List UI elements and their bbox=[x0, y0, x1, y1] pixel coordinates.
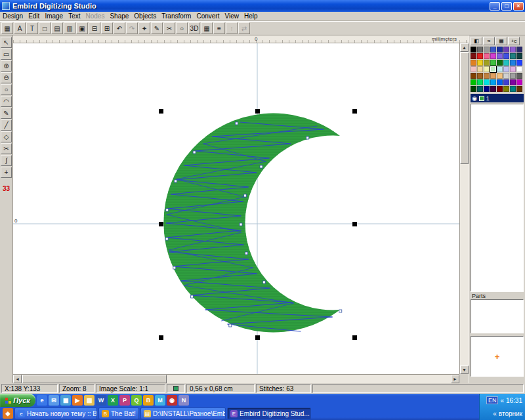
save-icon[interactable]: ▣ bbox=[76, 22, 88, 34]
handle-middle-left[interactable] bbox=[159, 222, 163, 226]
stitch-node[interactable] bbox=[191, 295, 194, 298]
color-swatch[interactable] bbox=[477, 73, 483, 79]
new-doc-icon[interactable]: □ bbox=[39, 22, 51, 34]
color-swatch[interactable] bbox=[497, 73, 503, 79]
menu-convert[interactable]: Convert bbox=[194, 12, 222, 20]
threed-icon[interactable]: 3D bbox=[188, 22, 200, 34]
menu-view[interactable]: View bbox=[222, 12, 242, 20]
color-swatch[interactable] bbox=[471, 53, 476, 59]
arc-tool-icon[interactable]: ◠ bbox=[1, 96, 12, 107]
color-swatch[interactable] bbox=[471, 66, 476, 72]
excel-icon[interactable]: X bbox=[108, 395, 118, 406]
stitch-node[interactable] bbox=[229, 324, 232, 327]
handle-top-center[interactable] bbox=[255, 109, 260, 114]
node-tool-icon[interactable]: ◇ bbox=[1, 131, 12, 142]
close-button[interactable]: × bbox=[513, 2, 524, 10]
color-swatch[interactable] bbox=[477, 79, 483, 85]
folder-icon[interactable]: ▤ bbox=[84, 395, 94, 406]
params-icon[interactable]: ≡ bbox=[213, 22, 225, 34]
color-swatch[interactable] bbox=[484, 53, 490, 59]
color-swatch[interactable] bbox=[484, 66, 490, 72]
folder-icon[interactable]: ▥ bbox=[64, 22, 75, 34]
horizontal-scroll-thumb[interactable] bbox=[22, 375, 167, 383]
task-button[interactable]: ▤D:\INSTALL\Разное\Embird bbox=[140, 408, 226, 419]
color-swatch[interactable] bbox=[516, 73, 522, 79]
ellipse-tool-icon[interactable]: ○ bbox=[1, 84, 12, 95]
scroll-up-icon[interactable]: ▲ bbox=[460, 43, 469, 52]
minimize-button[interactable]: _ bbox=[490, 2, 500, 10]
color-swatch[interactable] bbox=[477, 60, 483, 66]
msn-icon[interactable]: M bbox=[155, 395, 165, 406]
curve-tool-icon[interactable]: ∫ bbox=[1, 155, 12, 166]
stitch-node[interactable] bbox=[193, 151, 196, 154]
zoom-in-icon[interactable]: ⊕ bbox=[1, 60, 12, 72]
color-swatch[interactable] bbox=[477, 47, 483, 52]
menu-objects[interactable]: Objects bbox=[131, 12, 159, 20]
color-swatch[interactable] bbox=[490, 73, 496, 79]
show-desktop-icon[interactable]: ▦ bbox=[60, 395, 71, 406]
color-swatch[interactable] bbox=[490, 79, 496, 85]
color-swatch[interactable] bbox=[471, 60, 476, 66]
ie-icon[interactable]: e bbox=[37, 395, 47, 406]
menu-nodes[interactable]: Nodes bbox=[83, 12, 108, 20]
stitch-node[interactable] bbox=[235, 122, 238, 125]
stitch-node[interactable] bbox=[306, 136, 309, 139]
color-swatch[interactable] bbox=[477, 53, 483, 59]
media-player-icon[interactable]: ▶ bbox=[72, 395, 83, 406]
open-icon[interactable]: ▤ bbox=[51, 22, 63, 34]
color-swatch[interactable] bbox=[510, 60, 516, 66]
handle-top-right[interactable] bbox=[352, 109, 357, 114]
line-tool-icon[interactable]: ╱ bbox=[1, 119, 12, 131]
select-arrow-icon[interactable]: ↖ bbox=[1, 37, 12, 48]
fill-mode-icon[interactable]: ◧ bbox=[471, 37, 482, 45]
vertical-scrollbar[interactable]: ▲ ▼ bbox=[459, 43, 469, 374]
task-button[interactable]: eНачать новую тему :: В... bbox=[14, 408, 97, 419]
color-swatch[interactable] bbox=[471, 47, 476, 52]
burn-icon[interactable]: ◉ bbox=[167, 395, 177, 406]
color-swatch[interactable] bbox=[497, 79, 503, 85]
color-swatch[interactable] bbox=[510, 79, 516, 85]
color-swatch[interactable] bbox=[503, 66, 509, 72]
stitch-node[interactable] bbox=[173, 266, 176, 269]
color-swatch[interactable] bbox=[516, 60, 522, 66]
color-swatch[interactable] bbox=[503, 60, 509, 66]
color-swatch[interactable] bbox=[497, 86, 503, 92]
color-swatch[interactable] bbox=[516, 86, 522, 92]
task-button[interactable]: BThe Bat! bbox=[98, 408, 139, 419]
tray-expand-icon-2[interactable]: « bbox=[493, 410, 497, 417]
thread-layer-row[interactable]: ◉ 1 bbox=[471, 94, 524, 102]
start-button[interactable]: Пуск bbox=[0, 394, 35, 407]
handle-middle-right[interactable] bbox=[352, 222, 357, 226]
object-list[interactable] bbox=[471, 104, 524, 291]
color-swatch[interactable] bbox=[503, 86, 509, 92]
color-swatch[interactable] bbox=[503, 53, 509, 59]
vertical-scroll-thumb[interactable] bbox=[460, 52, 469, 164]
color-swatch[interactable] bbox=[503, 79, 509, 85]
letter-a-icon[interactable]: A bbox=[14, 22, 26, 34]
marquee-icon[interactable]: ▭ bbox=[1, 49, 12, 60]
color-swatch[interactable] bbox=[516, 47, 522, 52]
stitch-node[interactable] bbox=[245, 252, 247, 255]
color-swatch[interactable] bbox=[484, 86, 490, 92]
color-swatch[interactable] bbox=[477, 86, 483, 92]
quick-icon-2[interactable]: ◆ bbox=[3, 408, 13, 419]
letter-t-icon[interactable]: T bbox=[26, 22, 38, 34]
color-swatch[interactable] bbox=[510, 86, 516, 92]
scroll-down-icon[interactable]: ▼ bbox=[460, 366, 469, 374]
color-swatch[interactable] bbox=[497, 60, 503, 66]
stitch-node[interactable] bbox=[262, 281, 265, 284]
menu-image[interactable]: Image bbox=[42, 12, 66, 20]
menu-shape[interactable]: Shape bbox=[107, 12, 131, 20]
paint-icon[interactable]: P bbox=[119, 395, 130, 406]
color-swatch[interactable] bbox=[484, 79, 490, 85]
mail-icon[interactable]: ✉ bbox=[49, 395, 59, 406]
color-swatch[interactable] bbox=[490, 53, 496, 59]
color-swatch[interactable] bbox=[516, 79, 522, 85]
center-c-icon[interactable]: +c bbox=[508, 37, 520, 45]
color-swatch[interactable] bbox=[510, 47, 516, 52]
word-icon[interactable]: W bbox=[96, 395, 106, 406]
fill-tool-icon[interactable]: + bbox=[1, 167, 12, 178]
notepad-icon[interactable]: N bbox=[178, 395, 189, 406]
color-swatch[interactable] bbox=[497, 47, 503, 52]
menu-edit[interactable]: Edit bbox=[26, 12, 42, 20]
